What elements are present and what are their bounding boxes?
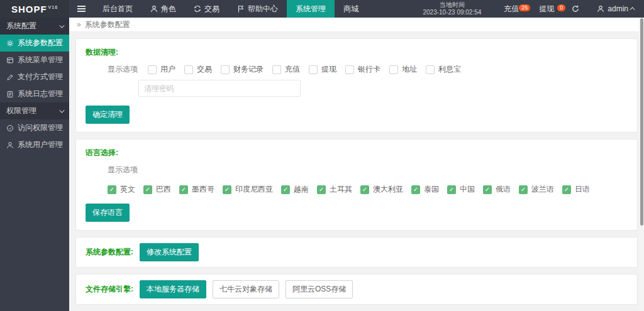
checkbox-option[interactable]: ✓ 泰国 [411,184,439,195]
checkbox-option[interactable]: ✓ 波兰语 [519,184,554,195]
language-title: 语言选择: [86,148,628,158]
sidebar-group-permissions[interactable]: 权限管理 [0,102,69,119]
storage-engine-card: 文件存储引擎: 本地服务器存储 七牛云对象存储 阿里云OSS存储 [75,274,638,305]
username: admin [608,4,628,13]
brand-logo[interactable]: SHOPF V16 [0,0,69,18]
sidebar-item-system-users[interactable]: 系统用户管理 [0,136,69,153]
checkbox-label: 越南 [294,184,309,195]
data-clean-checkbox-group: 用户 交易 财务记录 [148,64,461,75]
checkbox-option[interactable]: ✓ 日语 [562,184,590,195]
user-menu[interactable]: admin [588,4,644,13]
checkbox-checked[interactable]: ✓ [519,185,528,194]
nav-item-help[interactable]: 帮助中心 [228,0,287,18]
sidebar-group-system-config[interactable]: 系统配置 [0,18,69,35]
checkbox-checked[interactable]: ✓ [562,185,571,194]
checkbox-option[interactable]: 充值 [272,64,300,75]
pen-icon [6,74,14,81]
brand-logo-text: SHOPF [11,4,47,14]
data-clean-card: 数据清理: 显示选项 用户 交易 [75,38,638,133]
checkbox-checked[interactable]: ✓ [360,185,369,194]
checkbox-option[interactable]: 地址 [389,64,417,75]
checkbox-checked[interactable]: ✓ [108,185,116,194]
recharge-button[interactable]: 充值 25 [495,4,528,14]
checkbox-label: 英文 [120,184,135,195]
breadcrumb: » 系统参数配置 [69,18,644,32]
checkbox-unchecked[interactable] [426,65,435,74]
checkbox-option[interactable]: ✓ 俄语 [483,184,511,195]
nav-item-system[interactable]: 系统管理 [287,0,335,18]
sidebar-item-system-menu[interactable]: 系统菜单管理 [0,52,69,68]
storage-option-aliyun-button[interactable]: 阿里云OSS存储 [286,280,353,298]
chevron-down-icon [59,23,64,28]
checkbox-checked[interactable]: ✓ [223,185,231,194]
sidebar-collapse-button[interactable] [69,0,94,18]
checkbox-checked[interactable]: ✓ [447,185,456,194]
data-clean-options-row: 显示选项 用户 交易 [108,64,628,75]
breadcrumb-separator: » [77,20,81,29]
checkbox-option[interactable]: ✓ 墨西哥 [179,184,214,195]
refresh-button[interactable] [563,5,588,13]
gear-icon [6,40,14,47]
checkbox-option[interactable]: 利息宝 [426,64,461,75]
sidebar-item-access-permissions[interactable]: 访问权限管理 [0,119,69,136]
checkbox-checked[interactable]: ✓ [281,185,290,194]
modify-config-button[interactable]: 修改系统配置 [140,243,199,261]
sidebar-item-system-params[interactable]: 系统参数配置 [0,35,69,52]
checkbox-label: 墨西哥 [192,184,214,195]
checkbox-option[interactable]: ✓ 越南 [281,184,309,195]
checkbox-option[interactable]: ✓ 中国 [447,184,475,195]
nav-item-trade[interactable]: 交易 [185,0,228,18]
checkbox-unchecked[interactable] [148,65,157,74]
checkbox-label: 澳大利亚 [373,184,403,195]
checkbox-option[interactable]: 用户 [148,64,175,75]
storage-option-local-button[interactable]: 本地服务器存储 [140,280,206,298]
chevron-up-icon [630,7,635,12]
system-params-title: 系统参数配置: [86,247,133,258]
save-language-button[interactable]: 保存语言 [86,204,130,222]
checkbox-label: 银行卡 [358,64,380,75]
vertical-scrollbar[interactable] [639,18,644,311]
checkbox-label: 印度尼西亚 [235,184,273,195]
checkbox-checked[interactable]: ✓ [179,185,188,194]
checkbox-option[interactable]: 提现 [309,64,336,75]
checkbox-option[interactable]: ✓ 巴西 [143,184,171,195]
withdraw-button[interactable]: 提现 0 [530,4,563,14]
nav-item-home[interactable]: 后台首页 [94,0,142,18]
options-label: 显示选项 [108,64,138,75]
checkbox-label: 用户 [160,64,175,75]
checkbox-option[interactable]: ✓ 英文 [108,184,135,195]
checkbox-option[interactable]: 交易 [184,64,212,75]
checkbox-label: 泰国 [424,184,439,195]
checkbox-option[interactable]: ✓ 土耳其 [317,184,352,195]
checkbox-unchecked[interactable] [221,65,230,74]
checkbox-unchecked[interactable] [345,65,354,74]
main-area: » 系统参数配置 数据清理: 显示选项 用户 [69,18,644,311]
language-card: 语言选择: 显示选项 ✓ 英文 ✓ 巴西 [75,139,638,231]
checkbox-unchecked[interactable] [309,65,318,74]
checkbox-label: 巴西 [156,184,171,195]
checkbox-checked[interactable]: ✓ [317,185,326,194]
clean-password-input[interactable] [138,80,301,97]
checkbox-checked[interactable]: ✓ [143,185,152,194]
chevron-down-icon [59,107,64,112]
checkbox-option[interactable]: 财务记录 [221,64,264,75]
checkbox-unchecked[interactable] [272,65,281,74]
checkbox-option[interactable]: ✓ 澳大利亚 [360,184,403,195]
scrollbar-thumb[interactable] [640,18,643,226]
checkbox-option[interactable]: 银行卡 [345,64,380,75]
checkbox-checked[interactable]: ✓ [483,185,492,194]
storage-option-qiniu-button[interactable]: 七牛云对象存储 [213,280,279,298]
sidebar-item-system-logs[interactable]: 系统日志管理 [0,85,69,102]
local-time-value: 2023-10-23 09:02:54 [423,9,481,16]
checkbox-unchecked[interactable] [184,65,193,74]
nav-item-mall[interactable]: 商城 [335,0,367,18]
checkbox-option[interactable]: ✓ 印度尼西亚 [223,184,273,195]
checkbox-unchecked[interactable] [389,65,398,74]
checkbox-label: 交易 [197,64,212,75]
local-time-label: 当地时间 [423,1,481,9]
sidebar-item-payment-methods[interactable]: 支付方式管理 [0,68,69,85]
checkbox-label: 地址 [402,64,417,75]
nav-item-role[interactable]: 角色 [142,0,185,18]
confirm-clean-button[interactable]: 确定清理 [86,106,130,124]
checkbox-checked[interactable]: ✓ [411,185,420,194]
